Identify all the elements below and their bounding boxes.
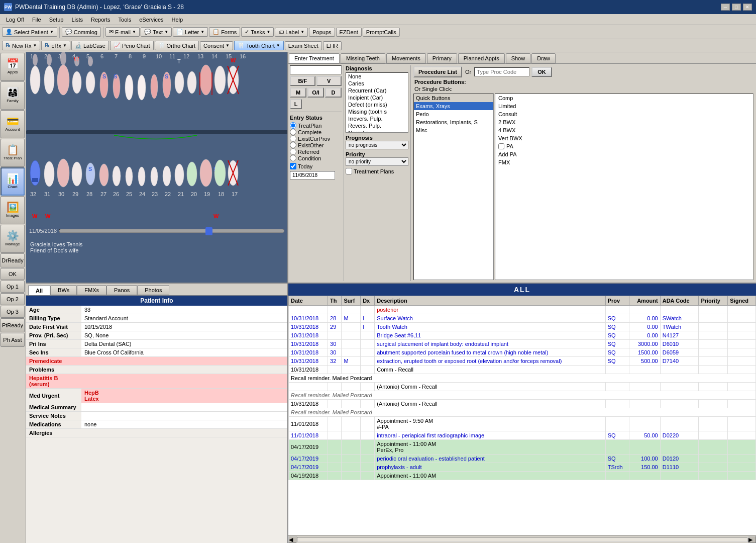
sidebar-drready-button[interactable]: DrReady <box>1 253 25 267</box>
horizontal-scrollbar[interactable]: ◀ ▶ <box>288 535 756 543</box>
condition-option[interactable]: Condition <box>290 155 342 161</box>
sidebar-appts-button[interactable]: 📅 Appts <box>1 53 25 81</box>
consent-button[interactable]: Consent ▼ <box>200 41 233 50</box>
treatment-plans-checkbox-row[interactable]: Treatment Plans <box>346 168 408 174</box>
existother-radio[interactable] <box>290 142 296 148</box>
tab-enter-treatment[interactable]: Enter Treatment <box>289 53 340 63</box>
scroll-right-btn[interactable]: ▶ <box>748 536 756 543</box>
diag-incipient[interactable]: Incipient (Car) <box>346 94 408 101</box>
proc-vert-bwx[interactable]: Vert BWX <box>495 134 753 142</box>
proc-consult[interactable]: Consult <box>495 110 753 118</box>
sidebar-manage-button[interactable]: ⚙️ Manage <box>1 225 25 253</box>
table-row[interactable]: 04/17/2019 periodic oral evaluation - es… <box>289 455 756 463</box>
menu-tools[interactable]: Tools <box>115 16 136 24</box>
oi-button[interactable]: O/I <box>307 87 324 98</box>
table-row[interactable]: 10/31/2018 29 I Tooth Watch SQ 0.00 TWat… <box>289 323 756 331</box>
table-row[interactable]: 10/31/2018 Bridge Seat #6,11 SQ 0.00 N41… <box>289 331 756 340</box>
diag-missing[interactable]: Missing (tooth s <box>346 108 408 115</box>
erx-button[interactable]: ℞ eRx ▼ <box>41 41 70 50</box>
chart-tab-panos[interactable]: Panos <box>106 285 137 295</box>
all-table-container[interactable]: Date Th Surf Dx Description Prov Amount … <box>288 296 756 535</box>
proc-type-misc[interactable]: Misc <box>414 126 493 134</box>
procedure-list-button[interactable]: Procedure List <box>413 66 462 77</box>
labcase-button[interactable]: 🔬 LabCase <box>71 41 109 50</box>
patient-info-scroll[interactable]: Age 33 Billing Type Standard Account Dat… <box>26 306 287 543</box>
tasks-button[interactable]: ✓ Tasks ▼ <box>241 27 274 37</box>
text-button[interactable]: 💬 Text ▼ <box>141 27 172 37</box>
sidebar-images-button[interactable]: 🖼️ Images <box>1 196 25 224</box>
existcurprov-option[interactable]: ExistCurProv <box>290 135 342 142</box>
proc-limited[interactable]: Limited <box>495 102 753 110</box>
tooth-chart-panel[interactable]: 1 2 3 4 5 6 7 8 9 10 11 12 13 14 15 16 <box>26 52 288 283</box>
chart-tab-photos[interactable]: Photos <box>137 285 169 295</box>
menu-lists[interactable]: Lists <box>67 16 87 24</box>
chart-tab-fmxs[interactable]: FMXs <box>77 285 106 295</box>
table-row[interactable]: 11/01/2018 intraoral - periapical first … <box>289 431 756 440</box>
table-row[interactable]: 11/01/2018 Appointment - 9:50 AM#-PA <box>289 417 756 431</box>
table-row[interactable]: 10/31/2018 32 M extraction, erupted toot… <box>289 357 756 366</box>
sidebar-treatplan-button[interactable]: 📋 Treat Plan <box>1 139 25 167</box>
sidebar-op2-button[interactable]: Op 2 <box>1 293 25 305</box>
table-row[interactable]: 10/31/2018 28 M I Surface Watch SQ 0.00 … <box>289 314 756 323</box>
menu-logoff[interactable]: Log Off <box>2 16 28 24</box>
proc-type-exams[interactable]: Exams, Xrays <box>414 102 493 110</box>
today-checkbox[interactable] <box>290 163 296 169</box>
forms-button[interactable]: 📋 Forms <box>209 27 240 37</box>
tooth-chart-button[interactable]: 🦷 Tooth Chart ▼ <box>234 41 284 50</box>
sidebar-op1-button[interactable]: Op 1 <box>1 281 25 293</box>
sidebar-phasst-button[interactable]: Ph Asst <box>1 333 25 347</box>
maximize-button[interactable]: □ <box>732 4 741 11</box>
select-patient-button[interactable]: 👤 Select Patient ▼ <box>2 27 57 37</box>
ortho-chart-button[interactable]: 🦷 Ortho Chart <box>155 41 199 50</box>
table-row[interactable]: 04/17/2019 prophylaxis - adult TSrdh 150… <box>289 463 756 472</box>
diag-defect[interactable]: Defect (or miss) <box>346 101 408 108</box>
date-slider[interactable] <box>59 229 284 233</box>
chart-tab-all[interactable]: All <box>28 285 50 295</box>
prognosis-select[interactable]: no prognosis <box>346 141 408 149</box>
close-button[interactable]: ✕ <box>743 4 752 11</box>
procedure-types-list[interactable]: Quick Buttons Exams, Xrays Perio Restora… <box>413 94 494 280</box>
treatment-plans-checkbox[interactable] <box>346 168 352 174</box>
tab-primary[interactable]: Primary <box>427 53 457 63</box>
popups-button[interactable]: Popups <box>309 28 335 37</box>
tab-draw[interactable]: Draw <box>531 53 556 63</box>
table-row[interactable]: Recall reminder. Mailed Postcard <box>289 408 756 417</box>
pa-checkbox[interactable] <box>498 143 504 149</box>
scroll-track[interactable] <box>297 537 747 542</box>
table-row[interactable]: 04/17/2019 Appointment - 11:00 AMPerEx, … <box>289 440 756 455</box>
table-row[interactable]: 10/31/2018 30 surgical placement of impl… <box>289 340 756 348</box>
sidebar-chart-button[interactable]: 📊 Chart <box>1 167 25 196</box>
slider-thumb[interactable] <box>205 227 212 235</box>
sidebar-op3-button[interactable]: Op 3 <box>1 306 25 318</box>
label-button[interactable]: 🏷 Label ▼ <box>275 28 308 37</box>
single-click-list[interactable]: Comp Limited Consult 2 BWX 4 BWX Vert BW… <box>495 94 753 280</box>
proc-type-perio[interactable]: Perio <box>414 110 493 118</box>
tab-planned-appts[interactable]: Planned Appts <box>458 53 505 63</box>
table-row[interactable]: Recall reminder. Mailed Postcard <box>289 374 756 383</box>
diagnosis-list[interactable]: None Caries Recurrent (Car) Incipient (C… <box>346 72 408 133</box>
table-row[interactable]: posterior <box>289 306 756 314</box>
commlog-button[interactable]: 💬 Commlog <box>62 27 101 37</box>
sidebar-ptready-button[interactable]: PtReady <box>1 318 25 332</box>
treatplan-radio[interactable] <box>290 122 296 129</box>
promptcalls-button[interactable]: PromptCalls <box>363 28 400 37</box>
table-row[interactable]: 10/31/2018 (Antonio) Comm - Recall <box>289 400 756 408</box>
letter-button[interactable]: 📄 Letter ▼ <box>173 27 208 37</box>
table-row[interactable]: 04/19/2018 Appointment - 11:00 AM <box>289 472 756 480</box>
ezdent-button[interactable]: EZDent <box>336 28 362 37</box>
menu-reports[interactable]: Reports <box>87 16 115 24</box>
referred-radio[interactable] <box>290 148 296 155</box>
ok-proc-button[interactable]: OK <box>531 67 552 77</box>
tab-movements[interactable]: Movements <box>386 53 426 63</box>
exam-sheet-button[interactable]: Exam Sheet <box>285 41 322 50</box>
minimize-button[interactable]: ─ <box>721 4 730 11</box>
bf-button[interactable]: B/F <box>290 76 315 86</box>
proc-2bwx[interactable]: 2 BWX <box>495 118 753 126</box>
treatplan-option[interactable]: TreatPlan <box>290 122 342 129</box>
proc-code-input[interactable] <box>290 65 342 74</box>
table-row[interactable]: 10/31/2018 Comm - Recall <box>289 366 756 374</box>
menu-help[interactable]: Help <box>168 16 187 24</box>
tab-missing-teeth[interactable]: Missing Teeth <box>341 53 385 63</box>
diag-recurrent[interactable]: Recurrent (Car) <box>346 87 408 94</box>
proc-type-quick[interactable]: Quick Buttons <box>414 94 493 102</box>
